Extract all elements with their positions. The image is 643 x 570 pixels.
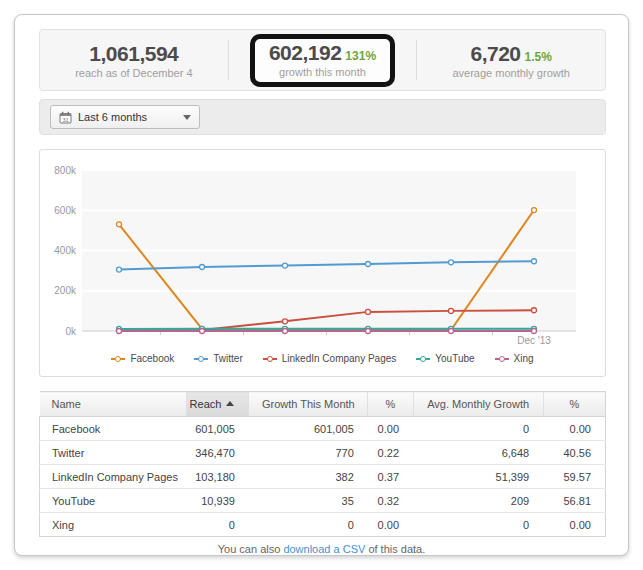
cell-reach: 346,470 xyxy=(187,441,249,465)
annotation-highlight-box: 602,192131% growth this month xyxy=(250,34,395,87)
table-row-xing: Xing 0 0 0.00 0 0.00 xyxy=(40,513,606,537)
cell-growth-pct: 0.00 xyxy=(368,513,413,537)
stats-bar: 1,061,594 reach as of December 4 602,192… xyxy=(39,29,606,91)
legend-item-twitter[interactable]: Twitter xyxy=(194,353,242,364)
date-range-label: Last 6 months xyxy=(78,111,177,123)
legend-label: Xing xyxy=(514,353,534,364)
legend-label: Facebook xyxy=(130,353,174,364)
svg-text:Dec '13: Dec '13 xyxy=(517,335,551,346)
cell-avg-growth: 209 xyxy=(413,489,543,513)
col-header-name[interactable]: Name xyxy=(40,392,187,417)
legend-marker-icon xyxy=(111,355,125,363)
cell-avg-pct: 40.56 xyxy=(543,441,605,465)
caret-down-icon xyxy=(183,115,191,120)
svg-text:400k: 400k xyxy=(54,245,77,256)
cell-avg-pct: 59.57 xyxy=(543,465,605,489)
cell-avg-growth: 0 xyxy=(413,513,543,537)
stat-growth-this-month: 602,192131% growth this month xyxy=(229,30,417,90)
cell-growth: 35 xyxy=(249,489,368,513)
table-row-facebook: Facebook 601,005 601,005 0.00 0 0.00 xyxy=(40,417,606,441)
legend-item-facebook[interactable]: Facebook xyxy=(111,353,174,364)
reach-chart[interactable]: 0k200k400k600k800kDec '13 xyxy=(40,150,605,350)
cell-reach: 601,005 xyxy=(187,417,249,441)
col-header-avg-monthly-growth[interactable]: Avg. Monthly Growth xyxy=(413,392,543,417)
stat-label: reach as of December 4 xyxy=(75,67,192,79)
table-row-twitter: Twitter 346,470 770 0.22 6,648 40.56 xyxy=(40,441,606,465)
cell-avg-growth: 6,648 xyxy=(413,441,543,465)
networks-table: Name Reach Growth This Month % Avg. Mont… xyxy=(39,391,606,537)
cell-growth-pct: 0.00 xyxy=(368,417,413,441)
download-csv-link[interactable]: download a CSV xyxy=(283,543,365,555)
cell-avg-pct: 0.00 xyxy=(543,417,605,441)
table-row-youtube: YouTube 10,939 35 0.32 209 56.81 xyxy=(40,489,606,513)
legend-marker-icon xyxy=(416,355,430,363)
calendar-icon: 31 xyxy=(59,111,72,124)
footer-text: of this data. xyxy=(365,543,425,555)
stat-value: 1,061,594 xyxy=(89,42,178,65)
analytics-panel: 1,061,594 reach as of December 4 602,192… xyxy=(14,14,629,556)
cell-reach: 10,939 xyxy=(187,489,249,513)
table-row-linkedin: LinkedIn Company Pages 103,180 382 0.37 … xyxy=(40,465,606,489)
cell-growth: 382 xyxy=(249,465,368,489)
col-header-growth-this-month[interactable]: Growth This Month xyxy=(249,392,368,417)
stat-value: 602,192 xyxy=(269,41,341,64)
cell-reach: 0 xyxy=(187,513,249,537)
sort-asc-icon xyxy=(226,401,234,406)
chart-legend: Facebook Twitter LinkedIn Company Pages … xyxy=(40,353,605,364)
cell-growth: 770 xyxy=(249,441,368,465)
filter-bar: 31 Last 6 months xyxy=(39,99,606,135)
cell-growth: 601,005 xyxy=(249,417,368,441)
svg-text:800k: 800k xyxy=(54,165,77,176)
cell-growth-pct: 0.37 xyxy=(368,465,413,489)
cell-growth-pct: 0.22 xyxy=(368,441,413,465)
cell-avg-growth: 0 xyxy=(413,417,543,441)
cell-avg-pct: 56.81 xyxy=(543,489,605,513)
svg-text:0k: 0k xyxy=(65,326,77,337)
cell-name: YouTube xyxy=(40,489,187,513)
cell-reach: 103,180 xyxy=(187,465,249,489)
table-header-row: Name Reach Growth This Month % Avg. Mont… xyxy=(40,392,606,417)
stat-label: average monthly growth xyxy=(452,67,569,79)
stat-percent: 1.5% xyxy=(525,50,552,64)
stat-value: 6,720 xyxy=(470,42,520,65)
legend-item-youtube[interactable]: YouTube xyxy=(416,353,474,364)
col-header-avg-pct[interactable]: % xyxy=(543,392,605,417)
cell-name: LinkedIn Company Pages xyxy=(40,465,187,489)
stat-percent: 131% xyxy=(345,49,376,63)
cell-avg-pct: 0.00 xyxy=(543,513,605,537)
legend-label: Twitter xyxy=(213,353,242,364)
date-range-dropdown[interactable]: 31 Last 6 months xyxy=(50,105,200,129)
cell-name: Xing xyxy=(40,513,187,537)
cell-name: Twitter xyxy=(40,441,187,465)
svg-text:600k: 600k xyxy=(54,205,77,216)
cell-name: Facebook xyxy=(40,417,187,441)
stat-avg-monthly-growth: 6,7201.5% average monthly growth xyxy=(417,30,605,90)
col-header-reach[interactable]: Reach xyxy=(187,392,249,417)
csv-footer: You can also download a CSV of this data… xyxy=(15,543,628,555)
cell-growth-pct: 0.32 xyxy=(368,489,413,513)
legend-label: YouTube xyxy=(435,353,474,364)
stat-label: growth this month xyxy=(279,66,366,78)
stat-total-reach: 1,061,594 reach as of December 4 xyxy=(40,30,228,90)
reach-chart-card: 0k200k400k600k800kDec '13 Facebook Twitt… xyxy=(39,149,606,377)
svg-text:200k: 200k xyxy=(54,285,77,296)
svg-text:31: 31 xyxy=(62,116,68,122)
legend-item-linkedin[interactable]: LinkedIn Company Pages xyxy=(263,353,397,364)
footer-text: You can also xyxy=(218,543,284,555)
legend-marker-icon xyxy=(194,355,208,363)
legend-item-xing[interactable]: Xing xyxy=(495,353,534,364)
legend-marker-icon xyxy=(263,355,277,363)
cell-growth: 0 xyxy=(249,513,368,537)
col-header-growth-pct[interactable]: % xyxy=(368,392,413,417)
cell-avg-growth: 51,399 xyxy=(413,465,543,489)
legend-label: LinkedIn Company Pages xyxy=(282,353,397,364)
legend-marker-icon xyxy=(495,355,509,363)
